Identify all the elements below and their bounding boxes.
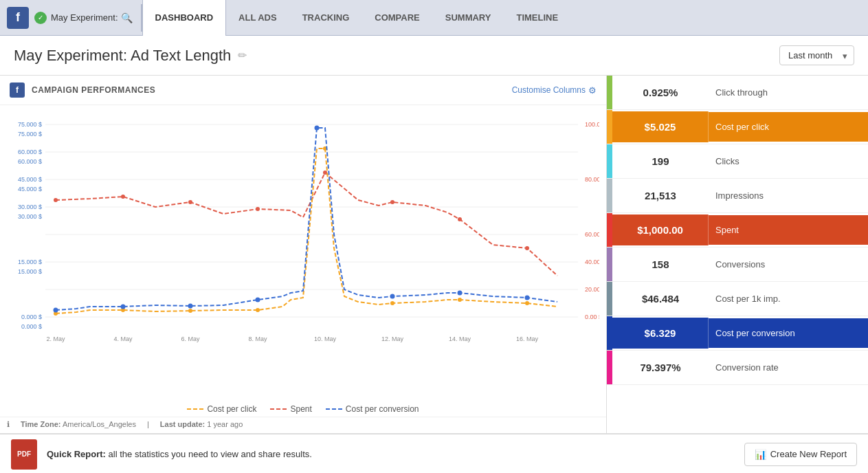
legend-cost-per-click-label: Cost per click xyxy=(207,404,256,414)
svg-point-36 xyxy=(188,200,192,204)
metric-color-bar-7 xyxy=(607,316,612,350)
svg-text:2. May: 2. May xyxy=(46,336,65,342)
metric-row-2[interactable]: 199Clicks xyxy=(607,144,868,179)
edit-icon[interactable]: ✏ xyxy=(238,49,247,62)
metric-color-bar-6 xyxy=(607,282,612,316)
svg-point-54 xyxy=(315,126,320,131)
svg-text:0.000 $: 0.000 $ xyxy=(21,314,42,320)
metric-value-4: $1,000.00 xyxy=(612,214,709,245)
nav-tabs: DASHBOARD ALL ADS TRACKING COMPARE SUMMA… xyxy=(142,0,572,36)
date-filter[interactable]: Last month xyxy=(779,45,854,65)
date-dropdown[interactable]: Last month xyxy=(779,45,854,65)
svg-text:45.000 $: 45.000 $ xyxy=(18,176,42,183)
svg-text:45.000 $: 45.000 $ xyxy=(18,186,42,192)
svg-text:4. May: 4. May xyxy=(113,336,133,342)
metric-row-6[interactable]: $46.484Cost per 1k imp. xyxy=(607,282,868,316)
svg-point-52 xyxy=(188,304,193,309)
metric-label-0: Click through xyxy=(709,87,868,98)
metric-row-3[interactable]: 21,513Impressions xyxy=(607,179,868,213)
tab-tracking[interactable]: TRACKING xyxy=(290,0,363,36)
svg-point-48 xyxy=(458,298,462,302)
svg-text:10. May: 10. May xyxy=(314,336,337,342)
metric-value-5: 158 xyxy=(612,258,709,270)
svg-point-45 xyxy=(256,308,260,312)
svg-point-35 xyxy=(121,195,125,199)
customise-label: Customise Columns xyxy=(512,85,586,95)
metric-row-1[interactable]: $5.025Cost per click xyxy=(607,110,868,144)
legend-spent-label: Spent xyxy=(290,404,311,414)
svg-text:15.000 $: 15.000 $ xyxy=(18,268,42,275)
svg-point-44 xyxy=(188,309,192,313)
metric-color-bar-0 xyxy=(607,76,612,109)
metric-color-bar-5 xyxy=(607,248,612,281)
metric-row-5[interactable]: 158Conversions xyxy=(607,248,868,282)
tab-timeline[interactable]: TIMELINE xyxy=(504,0,571,36)
legend-cost-per-conversion-label: Cost per conversion xyxy=(346,404,419,414)
bar-chart-icon: 📊 xyxy=(755,449,766,460)
svg-text:60.000 $: 60.000 $ xyxy=(18,158,42,165)
search-icon[interactable]: 🔍 xyxy=(121,12,133,23)
metric-value-6: $46.484 xyxy=(612,293,709,305)
last-update: Last update: 1 year ago xyxy=(160,420,243,429)
chart-footer: ℹ Time Zone: America/Los_Angeles | Last … xyxy=(0,417,606,433)
metric-color-bar-2 xyxy=(607,144,612,178)
metric-label-8: Conversion rate xyxy=(709,362,868,373)
separator: | xyxy=(147,420,149,429)
bottom-bar: PDF Quick Report: all the statistics you… xyxy=(0,434,868,473)
metric-row-0[interactable]: 0.925%Click through xyxy=(607,76,868,110)
svg-point-38 xyxy=(323,170,327,175)
tab-all-ads[interactable]: ALL ADS xyxy=(226,0,290,36)
metric-value-8: 79.397% xyxy=(612,362,709,373)
svg-text:12. May: 12. May xyxy=(381,336,404,342)
svg-text:30.000 $: 30.000 $ xyxy=(18,204,42,210)
quick-report-description: all the statistics you need to view and … xyxy=(109,449,312,459)
info-icon: ℹ xyxy=(7,420,10,429)
tab-compare[interactable]: COMPARE xyxy=(362,0,432,36)
svg-point-34 xyxy=(54,198,58,202)
create-new-report-button[interactable]: 📊 Create New Report xyxy=(744,443,857,466)
metric-color-bar-3 xyxy=(607,179,612,212)
customise-columns-button[interactable]: Customise Columns ⚙ xyxy=(512,85,597,96)
experiment-name: May Experiment: xyxy=(51,12,118,23)
quick-report-text: Quick Report: all the statistics you nee… xyxy=(47,449,735,459)
metric-row-4[interactable]: $1,000.00Spent xyxy=(607,213,868,248)
svg-point-51 xyxy=(121,305,126,309)
gear-icon: ⚙ xyxy=(588,85,597,96)
metric-value-2: 199 xyxy=(612,155,709,167)
svg-text:60.00 $: 60.00 $ xyxy=(585,231,599,238)
create-report-label: Create New Report xyxy=(770,449,847,459)
svg-point-56 xyxy=(458,291,463,296)
svg-text:100.00 $: 100.00 $ xyxy=(585,121,599,128)
metric-label-7: Cost per conversion xyxy=(709,318,868,348)
main-content: f CAMPAIGN PERFORMANCES Customise Column… xyxy=(0,76,868,434)
metric-color-bar-8 xyxy=(607,351,612,384)
legend-cost-per-click: Cost per click xyxy=(187,404,256,414)
metric-value-0: 0.925% xyxy=(612,87,709,98)
svg-text:60.000 $: 60.000 $ xyxy=(18,148,42,155)
svg-text:14. May: 14. May xyxy=(449,336,471,342)
metric-row-8[interactable]: 79.397%Conversion rate xyxy=(607,351,868,385)
svg-point-40 xyxy=(458,217,462,221)
metric-row-7[interactable]: $6.329Cost per conversion xyxy=(607,316,868,351)
svg-text:75.000 $: 75.000 $ xyxy=(18,131,42,138)
tab-summary[interactable]: SUMMARY xyxy=(433,0,504,36)
svg-text:75.000 $: 75.000 $ xyxy=(18,121,42,128)
svg-point-50 xyxy=(54,308,58,313)
top-navigation: f ✓ May Experiment: 🔍 DASHBOARD ALL ADS … xyxy=(0,0,868,36)
svg-text:0.00 $: 0.00 $ xyxy=(585,314,599,320)
svg-text:0.000 $: 0.000 $ xyxy=(21,323,42,330)
svg-text:80.00 $: 80.00 $ xyxy=(585,176,599,183)
svg-text:40.00 $: 40.00 $ xyxy=(585,258,599,265)
legend-spent: Spent xyxy=(270,404,311,414)
svg-text:15.000 $: 15.000 $ xyxy=(18,258,42,265)
check-badge: ✓ xyxy=(34,12,47,24)
metric-label-4: Spent xyxy=(709,215,868,245)
chart-section-title: CAMPAIGN PERFORMANCES xyxy=(32,85,155,95)
facebook-logo: f xyxy=(7,7,29,29)
metric-label-1: Cost per click xyxy=(709,112,868,142)
chart-section: f CAMPAIGN PERFORMANCES Customise Column… xyxy=(0,76,607,433)
metric-value-1: $5.025 xyxy=(612,111,709,142)
svg-point-49 xyxy=(525,301,529,305)
tab-dashboard[interactable]: DASHBOARD xyxy=(142,0,227,36)
chart-svg: 75.000 $ 75.000 $ 60.000 $ 60.000 $ 45.0… xyxy=(7,111,599,355)
